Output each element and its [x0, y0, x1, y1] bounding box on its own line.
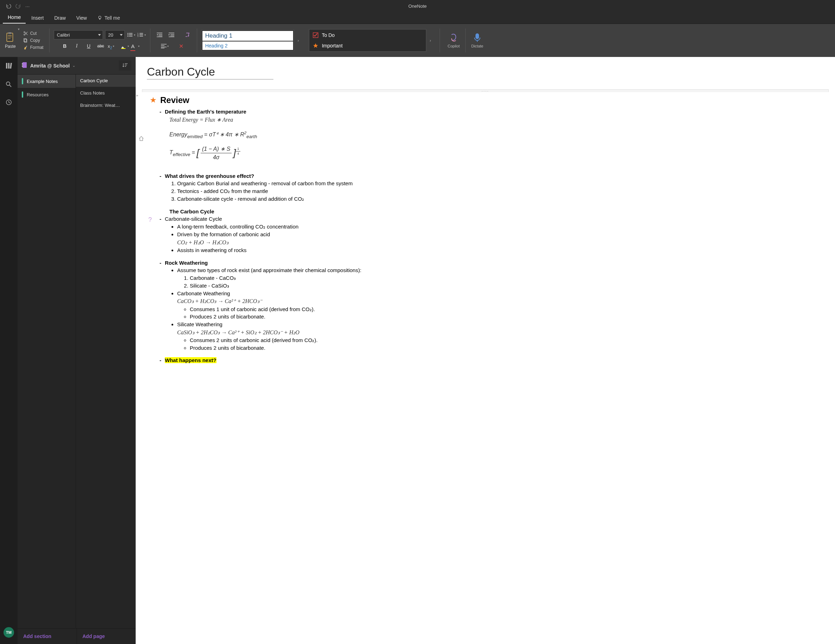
numbering-button[interactable]: 123 ▾	[137, 32, 146, 37]
recent-icon[interactable]	[6, 99, 12, 107]
note-container[interactable]: ▸ ★ Review Defining the Earth's temperat…	[142, 89, 829, 366]
list-item: Consumes 2 units of carbonic acid (deriv…	[190, 337, 821, 344]
notebooks-icon[interactable]	[5, 62, 13, 72]
tag-todo[interactable]: To Do	[310, 30, 425, 40]
note-body[interactable]: ★ Review Defining the Earth's temperatur…	[142, 92, 829, 366]
add-page-button[interactable]: Add page	[76, 629, 136, 644]
important-star-icon[interactable]: ★	[150, 94, 157, 106]
font-color-button[interactable]: A ▾	[131, 43, 140, 49]
svg-point-12	[127, 36, 128, 37]
sub-list: Consumes 2 units of carbonic acid (deriv…	[182, 337, 821, 352]
sort-button[interactable]	[119, 60, 132, 71]
list-item: Carbonate Weathering	[177, 289, 821, 298]
tag-important[interactable]: Important	[310, 41, 425, 50]
more-icon[interactable]: ···	[25, 3, 30, 9]
tab-insert[interactable]: Insert	[26, 12, 49, 24]
list-item: Produces 2 units of bicarbonate.	[190, 344, 821, 352]
styles-expand-icon[interactable]: ›	[295, 33, 302, 47]
align-left-icon	[161, 44, 167, 49]
svg-rect-28	[169, 37, 174, 37]
numbered-list: Carbonate - CaCO₃ Silicate - CaSiO₃	[182, 274, 821, 289]
chevron-down-icon: ⌄	[72, 63, 75, 67]
list-item: Silicate - CaSiO₃	[190, 282, 821, 289]
style-heading1[interactable]: Heading 1	[202, 31, 293, 41]
checkbox-icon	[313, 33, 318, 38]
cut-label: Cut	[30, 31, 37, 36]
underline-button[interactable]: U	[84, 41, 94, 50]
section-label: Resources	[27, 92, 49, 98]
svg-point-10	[127, 34, 128, 36]
avatar[interactable]: TM	[3, 627, 14, 637]
list-item: Driven by the formation of carbonic acid	[177, 231, 821, 238]
page-title[interactable]: Carbon Cycle	[147, 65, 273, 80]
tags-gallery: To Do Important ›	[309, 29, 426, 52]
bulb-icon	[97, 15, 102, 20]
page-item[interactable]: Class Notes	[76, 87, 136, 99]
bullet-heading: What drives the greenhouse effect?	[159, 172, 821, 180]
bullets-button[interactable]: ▾	[127, 32, 135, 37]
bold-button[interactable]: B	[60, 41, 70, 50]
nav-columns: Example Notes Resources Carbon Cycle Cla…	[18, 75, 136, 628]
numbering-icon: 123	[137, 32, 144, 37]
bullet-heading: Defining the Earth's temperature	[159, 108, 821, 115]
highlight-button[interactable]: ▾	[120, 43, 129, 49]
add-section-button[interactable]: Add section	[18, 629, 76, 644]
svg-rect-35	[6, 63, 7, 68]
tab-home[interactable]: Home	[3, 11, 26, 24]
svg-rect-37	[10, 63, 12, 68]
style-heading2[interactable]: Heading 2	[202, 41, 293, 50]
svg-point-3	[24, 34, 25, 36]
note-handle[interactable]	[142, 89, 829, 92]
bulleted-list: Carbonate Weathering CaCO₃ + H₂CO₃ → Ca²…	[169, 289, 821, 306]
tab-draw[interactable]: Draw	[49, 12, 71, 24]
paste-caret-icon[interactable]: ▾	[18, 28, 19, 31]
app-title: OneNote	[408, 3, 427, 9]
question-tag-icon[interactable]: ?	[148, 215, 152, 224]
undo-icon[interactable]	[6, 3, 11, 10]
svg-rect-24	[157, 37, 162, 37]
bulleted-list: Silicate Weathering CaSiO₃ + 2H₂CO₃ → Ca…	[169, 320, 821, 337]
cut-button[interactable]: Cut	[22, 30, 45, 37]
dictate-button[interactable]: Dictate	[468, 31, 487, 50]
nav-footer: Add section Add page	[18, 628, 136, 644]
notebook-selector[interactable]: Amrita @ School ⌄	[22, 62, 75, 70]
page-item[interactable]: Brainstorm: Weat…	[76, 99, 136, 111]
scissors-icon	[23, 31, 28, 36]
heading: Review	[160, 94, 189, 107]
ribbon-tabs: Home Insert Draw View Tell me	[0, 12, 835, 24]
clear-formatting-button[interactable]	[183, 30, 193, 39]
page-canvas[interactable]: Carbon Cycle ▸ ★ Review Defining the Ear…	[136, 57, 835, 644]
list-item: Silicate Weathering	[177, 320, 821, 329]
page-item[interactable]: Carbon Cycle	[76, 75, 136, 87]
list-item: Organic Carbon Burial and weathering - r…	[177, 180, 821, 187]
delete-button[interactable]: ✕	[176, 41, 186, 50]
strikethrough-button[interactable]: abc	[96, 41, 106, 50]
redo-icon[interactable]	[15, 3, 21, 10]
copy-button[interactable]: Copy	[22, 37, 45, 44]
paste-button[interactable]: Paste	[3, 30, 17, 51]
svg-rect-36	[8, 63, 10, 68]
equation: Energyemitted = σT⁴ ∗ 4π ∗ R2earth	[169, 130, 821, 139]
tags-expand-icon[interactable]: ›	[427, 33, 434, 47]
tag-todo-label: To Do	[322, 33, 335, 38]
copilot-button[interactable]: Copilot	[444, 31, 463, 50]
navigation-panel: Amrita @ School ⌄ Example Notes Resource…	[18, 57, 136, 644]
indent-button[interactable]	[167, 30, 176, 39]
align-button[interactable]: ▾	[161, 44, 169, 49]
font-size-select[interactable]	[105, 30, 125, 39]
outdent-button[interactable]	[154, 30, 164, 39]
section-item[interactable]: Resources	[18, 88, 76, 101]
list-item: Tectonics - added CO₂ from the mantle	[177, 187, 821, 195]
search-icon[interactable]	[6, 81, 12, 89]
tell-me-search[interactable]: Tell me	[93, 12, 125, 24]
section-item[interactable]: Example Notes	[18, 75, 76, 88]
format-painter-button[interactable]: Format	[22, 44, 45, 50]
svg-rect-42	[22, 65, 23, 65]
svg-rect-23	[159, 36, 162, 36]
italic-button[interactable]: I	[72, 41, 81, 50]
note-grip-icon[interactable]: ▸	[136, 93, 138, 98]
subscript-button[interactable]: x2▾	[107, 44, 114, 49]
svg-rect-22	[159, 34, 162, 34]
font-name-select[interactable]	[54, 30, 103, 39]
tab-view[interactable]: View	[71, 12, 92, 24]
